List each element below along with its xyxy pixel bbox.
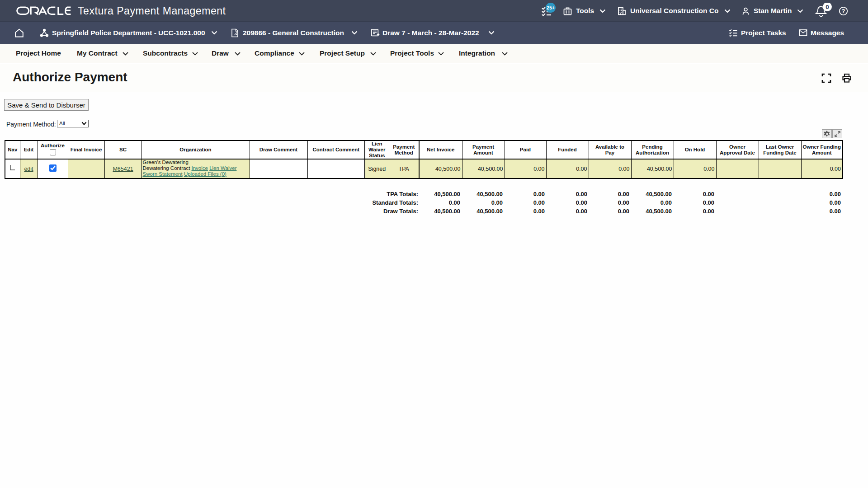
svg-text:?: ? <box>842 8 845 14</box>
svg-text:0: 0 <box>826 4 829 10</box>
svg-text:25+: 25+ <box>547 5 555 10</box>
